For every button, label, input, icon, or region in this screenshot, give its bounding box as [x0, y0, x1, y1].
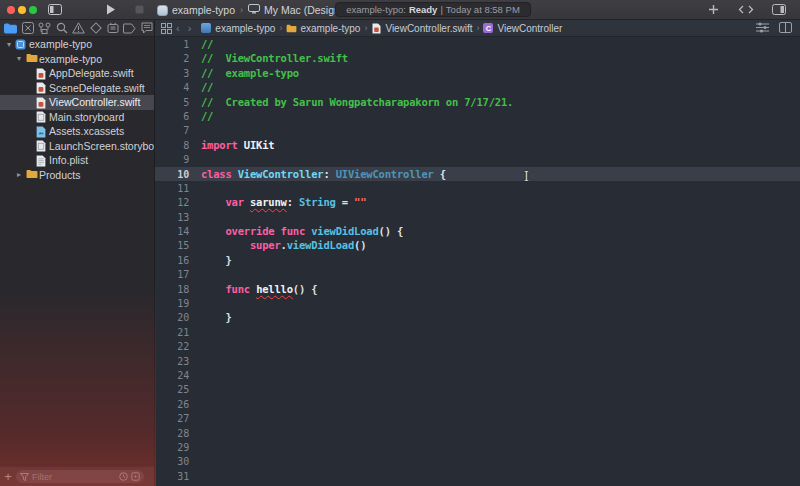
line-number[interactable]: 11	[155, 182, 189, 196]
code-line-5[interactable]: 5// Created by Sarun Wongpatcharapakorn …	[155, 95, 800, 109]
sidebar-toggle-icon[interactable]	[48, 4, 62, 15]
sidebar-item-example-typo[interactable]: ▾example-typo	[0, 52, 154, 67]
line-number[interactable]: 14	[155, 225, 189, 239]
breadcrumb-item[interactable]: example-typo	[286, 23, 360, 34]
breadcrumb-item[interactable]: example-typo	[201, 23, 275, 34]
line-number[interactable]: 16	[155, 254, 189, 268]
line-number[interactable]: 19	[155, 297, 189, 311]
line-number[interactable]: 9	[155, 153, 189, 167]
line-number[interactable]: 18	[155, 283, 189, 297]
code-line-6[interactable]: 6//	[155, 109, 800, 123]
code-line-13[interactable]: 13	[155, 210, 800, 224]
code-line-14[interactable]: 14 override func viewDidLoad() {	[155, 224, 800, 238]
line-number[interactable]: 17	[155, 268, 189, 282]
editor-options-icon[interactable]	[756, 22, 769, 35]
filter-input[interactable]: Filter	[16, 470, 144, 483]
line-number[interactable]: 30	[155, 455, 189, 469]
code-line-17[interactable]: 17	[155, 267, 800, 281]
sidebar-item-scenedelegate-swift[interactable]: SceneDelegate.swift	[0, 81, 154, 96]
forward-button[interactable]: ›	[184, 22, 196, 34]
navigator-tab-source-control-navigator[interactable]	[21, 22, 34, 35]
code-line-8[interactable]: 8import UIKit	[155, 138, 800, 152]
navigator-tab-debug-navigator[interactable]	[106, 22, 119, 35]
breadcrumb-item[interactable]: CViewController	[483, 23, 562, 34]
code-line-3[interactable]: 3// example-typo	[155, 66, 800, 80]
line-number[interactable]: 2	[155, 52, 189, 66]
code-review-icon[interactable]	[738, 5, 754, 14]
activity-status[interactable]: example-typo: Ready | Today at 8:58 PM	[335, 2, 531, 17]
chevron-down-icon[interactable]: ▾	[5, 40, 13, 49]
line-number[interactable]: 27	[155, 412, 189, 426]
code-line-27[interactable]: 27	[155, 411, 800, 425]
add-file-button[interactable]: +	[0, 469, 16, 484]
sidebar-item-products[interactable]: ▸Products	[0, 168, 154, 183]
navigator-tab-test-navigator[interactable]	[89, 22, 102, 35]
navigator-tab-breakpoint-navigator[interactable]	[123, 22, 136, 35]
add-editor-icon[interactable]	[779, 22, 792, 35]
code-line-26[interactable]: 26	[155, 397, 800, 411]
add-plus-icon[interactable]	[708, 4, 719, 15]
line-number[interactable]: 12	[155, 196, 189, 210]
code-line-30[interactable]: 30	[155, 454, 800, 468]
run-play-icon[interactable]	[106, 4, 116, 15]
sidebar-item-launchscreen-storyboard[interactable]: LaunchScreen.storyboard	[0, 139, 154, 154]
close-button[interactable]	[7, 6, 15, 14]
source-editor[interactable]: 1//2// ViewController.swift3// example-t…	[155, 37, 800, 486]
sidebar-item-info-plist[interactable]: Info.plist	[0, 153, 154, 168]
zoom-button[interactable]	[29, 6, 37, 14]
code-line-11[interactable]: 11	[155, 181, 800, 195]
line-number[interactable]: 20	[155, 311, 189, 325]
code-line-23[interactable]: 23	[155, 354, 800, 368]
line-number[interactable]: 25	[155, 383, 189, 397]
code-line-15[interactable]: 15 super.viewDidLoad()	[155, 238, 800, 252]
stop-icon[interactable]	[135, 5, 144, 14]
sidebar-item-viewcontroller-swift[interactable]: ViewController.swift	[0, 95, 154, 110]
line-number[interactable]: 15	[155, 239, 189, 253]
line-number[interactable]: 13	[155, 211, 189, 225]
code-line-21[interactable]: 21	[155, 325, 800, 339]
line-number[interactable]: 10	[155, 168, 189, 182]
chevron-right-icon[interactable]: ▸	[15, 170, 23, 179]
sidebar-item-main-storyboard[interactable]: Main.storyboard	[0, 110, 154, 125]
sidebar-item-appdelegate-swift[interactable]: AppDelegate.swift	[0, 66, 154, 81]
navigator-tab-symbol-navigator[interactable]	[38, 22, 51, 35]
line-number[interactable]: 6	[155, 110, 189, 124]
line-number[interactable]: 8	[155, 139, 189, 153]
line-number[interactable]: 21	[155, 326, 189, 340]
code-line-19[interactable]: 19	[155, 296, 800, 310]
line-number[interactable]: 22	[155, 340, 189, 354]
code-line-10[interactable]: 10class ViewController: UIViewController…	[155, 167, 800, 181]
navigator-tab-project-navigator[interactable]	[4, 22, 17, 35]
line-number[interactable]: 1	[155, 38, 189, 52]
navigator-tab-report-navigator[interactable]	[140, 22, 153, 35]
code-line-18[interactable]: 18 func helllo() {	[155, 282, 800, 296]
code-line-9[interactable]: 9	[155, 152, 800, 166]
sidebar-item-assets-xcassets[interactable]: Assets.xcassets	[0, 124, 154, 139]
line-number[interactable]: 5	[155, 96, 189, 110]
back-button[interactable]: ‹	[172, 22, 184, 34]
navigator-tab-issue-navigator[interactable]	[72, 22, 85, 35]
status-badge-icon[interactable]	[131, 472, 140, 481]
code-line-22[interactable]: 22	[155, 339, 800, 353]
code-line-7[interactable]: 7	[155, 123, 800, 137]
code-line-20[interactable]: 20 }	[155, 310, 800, 324]
minimize-button[interactable]	[18, 6, 26, 14]
line-number[interactable]: 24	[155, 369, 189, 383]
line-number[interactable]: 7	[155, 124, 189, 138]
related-items-grid-icon[interactable]	[155, 23, 172, 34]
inspector-toggle-icon[interactable]	[772, 4, 786, 15]
code-line-1[interactable]: 1//	[155, 37, 800, 51]
chevron-down-icon[interactable]: ▾	[15, 54, 23, 63]
line-number[interactable]: 28	[155, 427, 189, 441]
line-number[interactable]: 26	[155, 398, 189, 412]
code-line-2[interactable]: 2// ViewController.swift	[155, 51, 800, 65]
sidebar-item-example-typo[interactable]: ▾example-typo	[0, 37, 154, 52]
line-number[interactable]: 23	[155, 355, 189, 369]
code-line-16[interactable]: 16 }	[155, 253, 800, 267]
code-line-31[interactable]: 31	[155, 469, 800, 483]
code-line-4[interactable]: 4//	[155, 80, 800, 94]
code-line-24[interactable]: 24	[155, 368, 800, 382]
navigator-tab-find-navigator[interactable]	[55, 22, 68, 35]
line-number[interactable]: 3	[155, 67, 189, 81]
line-number[interactable]: 29	[155, 441, 189, 455]
